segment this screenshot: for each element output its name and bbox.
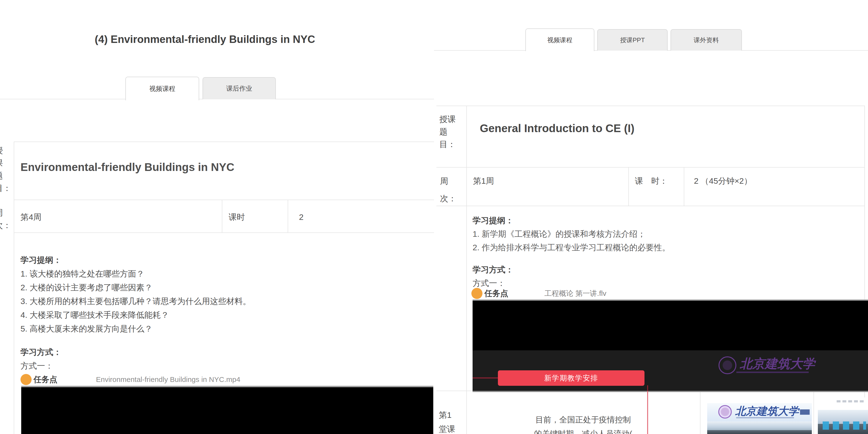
task-point-label: 任务点 xyxy=(485,288,508,299)
method-heading: 学习方式： xyxy=(472,263,514,276)
table-border xyxy=(436,167,864,167)
thumbnail-campus-photo xyxy=(707,422,812,434)
tab-label: 课后作业 xyxy=(226,84,252,93)
building-silhouette xyxy=(707,430,812,434)
thumbnail-logo-band: 北京建筑大学 xyxy=(707,403,812,422)
university-logo-text: 北京建筑大学 xyxy=(735,404,799,418)
table-border xyxy=(14,232,434,233)
callout-leader-line-dark xyxy=(647,385,648,391)
tab-extra-materials[interactable]: 课外资料 xyxy=(671,29,742,51)
task-point-label: 任务点 xyxy=(33,374,57,385)
hours-value: 2 （45分钟×2） xyxy=(694,174,752,188)
table-border xyxy=(222,199,222,233)
task-point-row: 任务点 Environmental-friendly Buildings in … xyxy=(21,373,240,386)
left-course-page: (4) Environmental-friendly Buildings in … xyxy=(0,0,434,434)
callout-connector-line xyxy=(472,377,498,378)
tab-video-course[interactable]: 视频课程 xyxy=(525,28,594,51)
slide-button-label: 新学期教学安排 xyxy=(544,373,598,383)
method-heading: 学习方式： xyxy=(21,345,61,359)
week-value: 第1周 xyxy=(473,174,494,188)
university-watermark-text: 北京建筑大学 xyxy=(740,358,815,370)
outline-item: 5. 高楼大厦未来的发展方向是什么？ xyxy=(21,322,251,336)
table-border xyxy=(14,199,434,200)
university-watermark: 北京建筑大学 xyxy=(718,356,815,374)
outline-heading: 学习提纲： xyxy=(21,253,251,267)
university-seal-icon xyxy=(718,405,732,418)
row-label-week: 周 次： xyxy=(440,173,457,207)
thumbnail-small-text-mark xyxy=(837,400,866,402)
table-border xyxy=(466,105,467,434)
tab-label: 课外资料 xyxy=(694,36,719,44)
course-title: General Introduction to CE (I) xyxy=(480,122,634,135)
university-watermark-subline xyxy=(736,372,809,373)
outline-item: 4. 大楼采取了哪些技术手段来降低能耗？ xyxy=(21,308,251,322)
table-border xyxy=(14,142,434,142)
hours-label: 课时 xyxy=(228,210,245,224)
right-course-page: 视频课程 授课PPT 课外资料 授课 题 目： General Introduc… xyxy=(434,0,868,434)
slide-title-glyphs xyxy=(823,422,866,430)
outline-block: 学习提纲： 1. 该大楼的独特之处在哪些方面？ 2. 大楼的设计主要考虑了哪些因… xyxy=(21,253,251,336)
outline-item: 1. 新学期《工程概论》的授课和考核方法介绍； xyxy=(472,227,670,241)
row-label-topic-clipped: 授 课 题 目： xyxy=(0,144,11,194)
row-label-session: 第1 堂课 xyxy=(439,408,455,434)
method-block: 学习方式： 方式一： xyxy=(21,345,61,373)
outline-heading: 学习提纲： xyxy=(472,214,670,227)
outline-item: 1. 该大楼的独特之处在哪些方面？ xyxy=(21,267,251,281)
tab-homework[interactable]: 课后作业 xyxy=(203,77,276,99)
video-player[interactable] xyxy=(21,386,433,434)
table-border xyxy=(684,167,684,206)
tab-lecture-ppt[interactable]: 授课PPT xyxy=(597,29,668,51)
table-border xyxy=(628,167,629,206)
screen: (4) Environmental-friendly Buildings in … xyxy=(0,0,868,434)
task-file-link[interactable]: 工程概论 第一讲.flv xyxy=(545,289,607,299)
page-title: (4) Environmental-friendly Buildings in … xyxy=(0,33,410,45)
hours-value: 2 xyxy=(299,210,304,224)
task-point-icon xyxy=(471,288,483,299)
callout-leader-line xyxy=(647,391,648,434)
tab-video-course[interactable]: 视频课程 xyxy=(125,77,199,100)
lesson-body-line: 目前，全国正处于疫情控制 xyxy=(466,413,700,427)
week-value: 第4周 xyxy=(21,210,41,224)
method-one-label: 方式一： xyxy=(21,359,61,373)
method-block: 学习方式： 方式一： xyxy=(472,263,514,290)
task-point-icon xyxy=(21,374,32,385)
table-border xyxy=(700,391,701,434)
table-border xyxy=(14,142,14,434)
task-file-link[interactable]: Environmental-friendly Buildings in NYC.… xyxy=(96,375,240,383)
outline-block: 学习提纲： 1. 新学期《工程概论》的授课和考核方法介绍； 2. 作为给排水科学… xyxy=(472,214,670,254)
tab-label: 视频课程 xyxy=(149,84,175,93)
table-border xyxy=(436,105,864,106)
table-border xyxy=(288,199,288,233)
outline-item: 2. 大楼的设计主要考虑了哪些因素？ xyxy=(21,281,251,294)
table-border xyxy=(813,391,814,434)
logo-suffix-mark xyxy=(800,409,810,415)
outline-item: 3. 大楼所用的材料主要包括哪几种？请思考为什么用这些材料。 xyxy=(21,294,251,308)
slide-thumbnail-1[interactable]: 北京建筑大学 xyxy=(707,397,812,434)
tab-label: 授课PPT xyxy=(620,36,645,44)
lesson-body-text: 目前，全国正处于疫情控制 的关键时期，减少人员流动( xyxy=(466,413,700,434)
outline-item: 2. 作为给排水科学与工程专业学习工程概论的必要性。 xyxy=(472,241,670,254)
lesson-body-line: 的关键时期，减少人员流动( xyxy=(466,427,700,434)
logo-subline xyxy=(736,417,794,418)
university-seal-icon xyxy=(718,356,736,374)
course-title: Environmental-friendly Buildings in NYC xyxy=(21,161,235,174)
slide-thumbnail-2[interactable] xyxy=(818,397,868,434)
task-point-row: 任务点 工程概论 第一讲.flv xyxy=(471,287,607,300)
slide-highlight-button[interactable]: 新学期教学安排 xyxy=(498,370,645,386)
row-label-topic: 授课 题 目： xyxy=(439,113,456,151)
tab-label: 视频课程 xyxy=(547,36,572,44)
thumbnail-building-photo xyxy=(818,410,868,434)
hours-label: 课 时： xyxy=(635,174,668,188)
row-label-week-clipped: 周 次： xyxy=(0,207,11,231)
table-border xyxy=(436,206,864,206)
